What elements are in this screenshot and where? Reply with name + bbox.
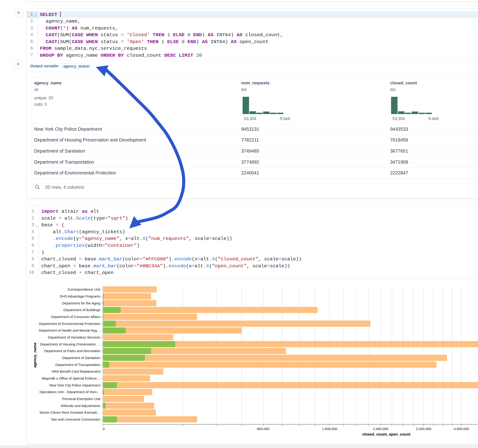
- svg-text:Personal Exemption Unit: Personal Exemption Unit: [62, 397, 101, 401]
- svg-text:Senior Citizen Rent Increase E: Senior Citizen Rent Increase Exempti…: [39, 411, 100, 414]
- svg-text:2,400,000: 2,400,000: [373, 427, 388, 431]
- svg-text:Department of Buildings: Department of Buildings: [63, 308, 100, 312]
- svg-text:Department of Sanitation: Department of Sanitation: [62, 356, 100, 360]
- svg-text:HRA Benefit Card Replacement: HRA Benefit Card Replacement: [52, 369, 101, 373]
- svg-text:Mayorâ€ s Office of Special En: Mayorâ€ s Office of Special Enforce…: [42, 376, 100, 380]
- svg-text:0: 0: [103, 427, 104, 431]
- svg-text:Department of Environmental Pr: Department of Environmental Protection: [39, 322, 100, 326]
- svg-text:800,000: 800,000: [257, 427, 269, 431]
- svg-text:DHS Advantage Programs: DHS Advantage Programs: [60, 294, 100, 298]
- svg-text:Taxi and Limousine Commission: Taxi and Limousine Commission: [51, 417, 100, 421]
- svg-text:Correspondence Unit: Correspondence Unit: [68, 287, 101, 291]
- svg-text:Operations Unit - Department o: Operations Unit - Department of Hom…: [40, 390, 100, 394]
- svg-text:Department of Homeless Service: Department of Homeless Services: [48, 335, 100, 339]
- svg-text:Department of Transportation: Department of Transportation: [55, 363, 100, 367]
- svg-text:4,000,000: 4,000,000: [454, 427, 469, 431]
- svg-text:Refunds and Adjustments: Refunds and Adjustments: [61, 404, 100, 408]
- svg-text:Department of Consumer Affairs: Department of Consumer Affairs: [51, 315, 100, 319]
- svg-text:Department of Health and Menta: Department of Health and Mental Hyg…: [39, 328, 100, 332]
- svg-text:3,200,000: 3,200,000: [416, 427, 431, 431]
- svg-text:agency_name: agency_name: [33, 342, 37, 367]
- svg-text:Department of Housing Preserva: Department of Housing Preservation …: [40, 342, 100, 346]
- svg-text:1,600,000: 1,600,000: [322, 427, 337, 431]
- svg-text:closed_count, open_count: closed_count, open_count: [362, 432, 410, 436]
- svg-text:Department of Parks and Recrea: Department of Parks and Recreation: [44, 349, 100, 353]
- svg-text:New York City Police Departmen: New York City Police Department: [49, 383, 101, 387]
- svg-text:Department for the Aging: Department for the Aging: [62, 301, 100, 305]
